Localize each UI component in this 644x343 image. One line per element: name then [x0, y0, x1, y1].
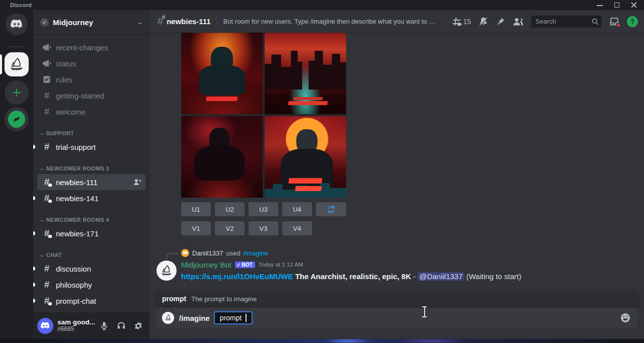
notifications-muted-icon[interactable]: [478, 17, 489, 27]
reply-author[interactable]: Daniil1337: [192, 249, 223, 257]
maximize-button[interactable]: [614, 2, 620, 8]
hash-icon: #: [41, 142, 52, 152]
microphone-icon[interactable]: [97, 319, 111, 333]
app-title: Discord: [10, 2, 32, 8]
sidebar-item-prompt-chat[interactable]: # prompt-chat: [37, 293, 145, 309]
add-server-button[interactable]: [5, 80, 29, 105]
hash-icon: #: [41, 91, 52, 101]
prompt-link[interactable]: https://s.mj.run/l1OHvEuMUWE: [181, 272, 293, 281]
upscale-button-row: U1 U2 U3 U4: [181, 202, 644, 216]
pinned-messages-icon[interactable]: [496, 17, 505, 26]
section-label: SUPPORT: [46, 130, 74, 136]
chevron-down-icon: ⌄: [137, 19, 143, 26]
sidebar-item-discussion[interactable]: # discussion: [37, 261, 145, 277]
reply-spine: [167, 253, 179, 259]
variation-v1-button[interactable]: V1: [181, 221, 211, 235]
chevron-down-icon: ⌄: [40, 252, 45, 258]
verified-badge-icon: ✓: [40, 18, 49, 27]
message-timestamp: Today at 1:12 AM: [259, 262, 303, 268]
threads-count: 15: [463, 18, 471, 26]
section-newcomer-rooms-3[interactable]: ⌄ NEWCOMER ROOMS 3: [33, 163, 149, 174]
sidebar-item-rules[interactable]: rules: [37, 71, 145, 88]
user-info[interactable]: sam good... #6685: [57, 318, 97, 333]
message-input[interactable]: /imagine prompt: [156, 308, 638, 328]
channel-label: newbies-171: [56, 229, 99, 238]
headphones-icon[interactable]: [114, 319, 128, 333]
reply-author-avatar[interactable]: [181, 249, 189, 257]
window-titlebar: Discord: [0, 0, 644, 10]
discord-logo-icon: [10, 19, 23, 29]
close-button[interactable]: [631, 2, 637, 8]
server-icon-midjourney[interactable]: [5, 52, 29, 76]
reply-action: used: [226, 249, 240, 257]
upscale-u2-button[interactable]: U2: [215, 202, 245, 216]
user-avatar[interactable]: [37, 318, 53, 334]
variation-v2-button[interactable]: V2: [215, 221, 245, 235]
inbox-badge: [616, 23, 621, 28]
settings-gear-icon[interactable]: [131, 319, 145, 333]
sidebar-item-newbies-171[interactable]: # newbies-171: [37, 225, 145, 241]
reply-context[interactable]: Daniil1337 used /imagine: [181, 249, 644, 257]
user-mention[interactable]: @Daniil1337: [418, 272, 464, 281]
image-tile-1: [181, 33, 263, 114]
create-invite-icon[interactable]: [133, 179, 141, 186]
hash-icon: #: [41, 264, 52, 274]
member-list-icon[interactable]: [513, 17, 524, 26]
sidebar-item-status[interactable]: status: [37, 55, 145, 71]
sidebar-item-newbies-141[interactable]: # newbies-141: [37, 190, 145, 206]
generated-image-grid[interactable]: [181, 33, 346, 198]
unread-pill: [33, 145, 35, 149]
megaphone-icon: [41, 59, 52, 67]
hash-chat-icon: #: [41, 193, 52, 204]
bot-badge: ✓ BOT: [235, 262, 255, 268]
help-icon[interactable]: ?: [627, 16, 638, 27]
channel-sidebar: ✓ Midjourney ⌄ recent-changes status: [33, 10, 149, 343]
hash-chat-icon: #: [41, 177, 52, 188]
sidebar-item-recent-changes[interactable]: recent-changes: [37, 39, 145, 55]
emoji-picker-icon[interactable]: [620, 312, 631, 323]
unread-pill: [33, 299, 35, 303]
sidebar-item-trial-support[interactable]: # trial-support: [37, 139, 145, 155]
section-chat[interactable]: ⌄ CHAT: [33, 249, 149, 261]
chevron-down-icon: ⌄: [40, 217, 45, 222]
upscale-u1-button[interactable]: U1: [181, 202, 211, 216]
username: sam good...: [57, 318, 97, 326]
upscale-u3-button[interactable]: U3: [249, 202, 278, 216]
variation-v4-button[interactable]: V4: [282, 221, 312, 235]
option-description: The prompt to imagine: [191, 295, 257, 303]
explore-servers-button[interactable]: [5, 107, 29, 131]
sidebar-item-getting-started[interactable]: # getting-started: [37, 88, 145, 104]
minimize-button[interactable]: [597, 2, 603, 8]
sidebar-item-newbies-111[interactable]: # newbies-111: [37, 174, 145, 190]
prompt-option-field[interactable]: prompt: [214, 311, 253, 324]
chevron-down-icon: ⌄: [40, 166, 45, 171]
variation-button-row: V1 V2 V3 V4: [181, 221, 644, 235]
unread-pill: [33, 231, 35, 235]
sidebar-item-welcome[interactable]: # welcome: [37, 104, 145, 120]
channel-label: getting-started: [56, 92, 104, 100]
hash-icon: #: [41, 107, 52, 117]
section-newcomer-rooms-4[interactable]: ⌄ NEWCOMER ROOMS 4: [33, 214, 149, 225]
variation-v3-button[interactable]: V3: [249, 221, 278, 235]
channel-topic[interactable]: Bot room for new users. Type /imagine th…: [223, 18, 437, 25]
sidebar-item-philosophy[interactable]: # philosophy: [37, 277, 145, 293]
inbox-icon[interactable]: [609, 17, 619, 27]
channel-label: newbies-111: [56, 178, 98, 187]
server-header[interactable]: ✓ Midjourney ⌄: [33, 10, 149, 34]
plus-icon: [12, 88, 22, 98]
image-tile-4: [265, 116, 346, 198]
section-support[interactable]: ⌄ SUPPORT: [33, 128, 149, 139]
home-button[interactable]: [6, 13, 28, 35]
composer: prompt The prompt to imagine /imagine: [156, 292, 638, 328]
reply-command[interactable]: /imagine: [244, 249, 268, 257]
channel-label: welcome: [56, 108, 86, 116]
search-input[interactable]: Search: [531, 16, 602, 28]
channel-header: # newbies-111 Bot room for new users. Ty…: [149, 10, 644, 33]
discord-window: Discord: [0, 0, 644, 343]
threads-icon[interactable]: 15: [452, 17, 471, 26]
message-body: https://s.mj.run/l1OHvEuMUWE The Anarchi…: [181, 271, 644, 282]
reroll-button[interactable]: [316, 202, 346, 216]
bot-avatar[interactable]: [156, 261, 177, 281]
bot-username[interactable]: Midjourney Bot: [181, 261, 231, 269]
upscale-u4-button[interactable]: U4: [282, 202, 312, 216]
